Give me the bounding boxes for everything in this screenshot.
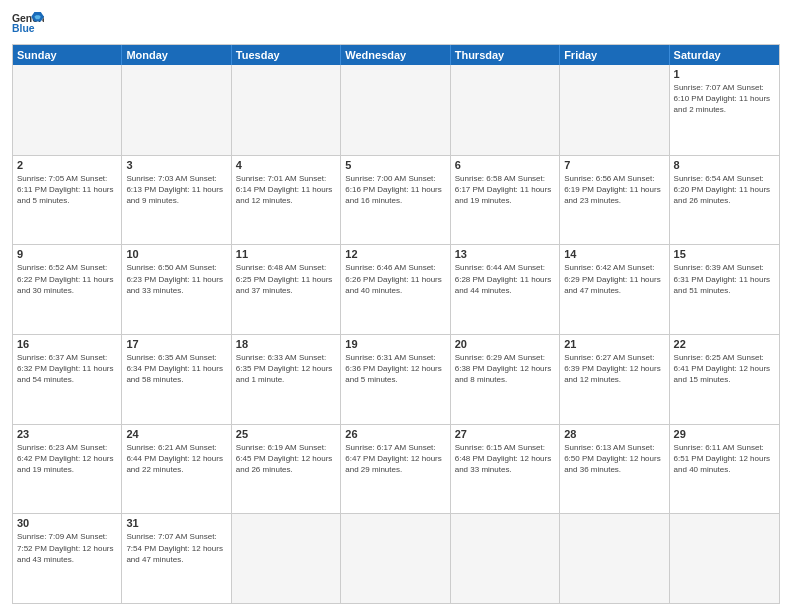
- day-info: Sunrise: 6:17 AM Sunset: 6:47 PM Dayligh…: [345, 442, 445, 476]
- day-cell-21: 21Sunrise: 6:27 AM Sunset: 6:39 PM Dayli…: [560, 335, 669, 424]
- day-header-friday: Friday: [560, 45, 669, 65]
- day-info: Sunrise: 6:48 AM Sunset: 6:25 PM Dayligh…: [236, 262, 336, 296]
- week-row-2: 9Sunrise: 6:52 AM Sunset: 6:22 PM Daylig…: [13, 244, 779, 334]
- day-info: Sunrise: 6:56 AM Sunset: 6:19 PM Dayligh…: [564, 173, 664, 207]
- day-number: 25: [236, 428, 336, 440]
- day-cell-empty-5-5: [560, 514, 669, 603]
- day-cell-30: 30Sunrise: 7:09 AM Sunset: 7:52 PM Dayli…: [13, 514, 122, 603]
- day-info: Sunrise: 6:21 AM Sunset: 6:44 PM Dayligh…: [126, 442, 226, 476]
- day-number: 19: [345, 338, 445, 350]
- day-cell-empty-0-5: [560, 65, 669, 155]
- day-number: 15: [674, 248, 775, 260]
- day-info: Sunrise: 6:52 AM Sunset: 6:22 PM Dayligh…: [17, 262, 117, 296]
- day-number: 9: [17, 248, 117, 260]
- week-row-3: 16Sunrise: 6:37 AM Sunset: 6:32 PM Dayli…: [13, 334, 779, 424]
- day-info: Sunrise: 6:42 AM Sunset: 6:29 PM Dayligh…: [564, 262, 664, 296]
- day-cell-empty-0-0: [13, 65, 122, 155]
- day-cell-18: 18Sunrise: 6:33 AM Sunset: 6:35 PM Dayli…: [232, 335, 341, 424]
- day-info: Sunrise: 6:25 AM Sunset: 6:41 PM Dayligh…: [674, 352, 775, 386]
- svg-text:Blue: Blue: [12, 23, 35, 34]
- day-cell-17: 17Sunrise: 6:35 AM Sunset: 6:34 PM Dayli…: [122, 335, 231, 424]
- day-cell-9: 9Sunrise: 6:52 AM Sunset: 6:22 PM Daylig…: [13, 245, 122, 334]
- day-number: 1: [674, 68, 775, 80]
- day-cell-10: 10Sunrise: 6:50 AM Sunset: 6:23 PM Dayli…: [122, 245, 231, 334]
- day-info: Sunrise: 6:58 AM Sunset: 6:17 PM Dayligh…: [455, 173, 555, 207]
- day-cell-6: 6Sunrise: 6:58 AM Sunset: 6:17 PM Daylig…: [451, 156, 560, 245]
- day-info: Sunrise: 6:29 AM Sunset: 6:38 PM Dayligh…: [455, 352, 555, 386]
- day-cell-23: 23Sunrise: 6:23 AM Sunset: 6:42 PM Dayli…: [13, 425, 122, 514]
- day-info: Sunrise: 6:37 AM Sunset: 6:32 PM Dayligh…: [17, 352, 117, 386]
- day-info: Sunrise: 7:07 AM Sunset: 6:10 PM Dayligh…: [674, 82, 775, 116]
- day-number: 10: [126, 248, 226, 260]
- day-cell-empty-5-2: [232, 514, 341, 603]
- day-cell-25: 25Sunrise: 6:19 AM Sunset: 6:45 PM Dayli…: [232, 425, 341, 514]
- day-number: 7: [564, 159, 664, 171]
- day-info: Sunrise: 6:33 AM Sunset: 6:35 PM Dayligh…: [236, 352, 336, 386]
- day-header-wednesday: Wednesday: [341, 45, 450, 65]
- day-number: 29: [674, 428, 775, 440]
- page: General Blue SundayMondayTuesdayWednesda…: [0, 0, 792, 612]
- week-row-0: 1Sunrise: 7:07 AM Sunset: 6:10 PM Daylig…: [13, 65, 779, 155]
- day-header-monday: Monday: [122, 45, 231, 65]
- day-number: 17: [126, 338, 226, 350]
- day-header-saturday: Saturday: [670, 45, 779, 65]
- day-number: 14: [564, 248, 664, 260]
- day-cell-empty-0-2: [232, 65, 341, 155]
- calendar-body: 1Sunrise: 7:07 AM Sunset: 6:10 PM Daylig…: [13, 65, 779, 603]
- day-number: 21: [564, 338, 664, 350]
- day-number: 26: [345, 428, 445, 440]
- week-row-5: 30Sunrise: 7:09 AM Sunset: 7:52 PM Dayli…: [13, 513, 779, 603]
- day-header-sunday: Sunday: [13, 45, 122, 65]
- day-number: 12: [345, 248, 445, 260]
- logo: General Blue: [12, 10, 44, 38]
- day-info: Sunrise: 6:15 AM Sunset: 6:48 PM Dayligh…: [455, 442, 555, 476]
- day-cell-12: 12Sunrise: 6:46 AM Sunset: 6:26 PM Dayli…: [341, 245, 450, 334]
- day-number: 18: [236, 338, 336, 350]
- day-cell-4: 4Sunrise: 7:01 AM Sunset: 6:14 PM Daylig…: [232, 156, 341, 245]
- day-cell-empty-5-3: [341, 514, 450, 603]
- day-cell-7: 7Sunrise: 6:56 AM Sunset: 6:19 PM Daylig…: [560, 156, 669, 245]
- day-cell-empty-0-4: [451, 65, 560, 155]
- header: General Blue: [12, 10, 780, 38]
- day-info: Sunrise: 6:23 AM Sunset: 6:42 PM Dayligh…: [17, 442, 117, 476]
- day-cell-2: 2Sunrise: 7:05 AM Sunset: 6:11 PM Daylig…: [13, 156, 122, 245]
- day-cell-11: 11Sunrise: 6:48 AM Sunset: 6:25 PM Dayli…: [232, 245, 341, 334]
- day-number: 16: [17, 338, 117, 350]
- day-number: 11: [236, 248, 336, 260]
- day-number: 13: [455, 248, 555, 260]
- day-info: Sunrise: 6:39 AM Sunset: 6:31 PM Dayligh…: [674, 262, 775, 296]
- day-cell-empty-0-3: [341, 65, 450, 155]
- day-number: 23: [17, 428, 117, 440]
- day-info: Sunrise: 7:07 AM Sunset: 7:54 PM Dayligh…: [126, 531, 226, 565]
- day-info: Sunrise: 7:05 AM Sunset: 6:11 PM Dayligh…: [17, 173, 117, 207]
- calendar: SundayMondayTuesdayWednesdayThursdayFrid…: [12, 44, 780, 604]
- day-cell-27: 27Sunrise: 6:15 AM Sunset: 6:48 PM Dayli…: [451, 425, 560, 514]
- logo-icon: General Blue: [12, 10, 44, 38]
- week-row-1: 2Sunrise: 7:05 AM Sunset: 6:11 PM Daylig…: [13, 155, 779, 245]
- day-cell-24: 24Sunrise: 6:21 AM Sunset: 6:44 PM Dayli…: [122, 425, 231, 514]
- day-cell-29: 29Sunrise: 6:11 AM Sunset: 6:51 PM Dayli…: [670, 425, 779, 514]
- day-number: 2: [17, 159, 117, 171]
- day-cell-empty-0-1: [122, 65, 231, 155]
- day-cell-5: 5Sunrise: 7:00 AM Sunset: 6:16 PM Daylig…: [341, 156, 450, 245]
- day-info: Sunrise: 6:27 AM Sunset: 6:39 PM Dayligh…: [564, 352, 664, 386]
- calendar-header: SundayMondayTuesdayWednesdayThursdayFrid…: [13, 45, 779, 65]
- day-number: 6: [455, 159, 555, 171]
- day-info: Sunrise: 6:46 AM Sunset: 6:26 PM Dayligh…: [345, 262, 445, 296]
- day-cell-13: 13Sunrise: 6:44 AM Sunset: 6:28 PM Dayli…: [451, 245, 560, 334]
- day-number: 27: [455, 428, 555, 440]
- day-info: Sunrise: 6:13 AM Sunset: 6:50 PM Dayligh…: [564, 442, 664, 476]
- day-header-thursday: Thursday: [451, 45, 560, 65]
- day-number: 20: [455, 338, 555, 350]
- day-cell-3: 3Sunrise: 7:03 AM Sunset: 6:13 PM Daylig…: [122, 156, 231, 245]
- day-cell-1: 1Sunrise: 7:07 AM Sunset: 6:10 PM Daylig…: [670, 65, 779, 155]
- day-number: 22: [674, 338, 775, 350]
- day-cell-16: 16Sunrise: 6:37 AM Sunset: 6:32 PM Dayli…: [13, 335, 122, 424]
- day-cell-14: 14Sunrise: 6:42 AM Sunset: 6:29 PM Dayli…: [560, 245, 669, 334]
- day-info: Sunrise: 6:11 AM Sunset: 6:51 PM Dayligh…: [674, 442, 775, 476]
- day-info: Sunrise: 6:50 AM Sunset: 6:23 PM Dayligh…: [126, 262, 226, 296]
- day-info: Sunrise: 6:35 AM Sunset: 6:34 PM Dayligh…: [126, 352, 226, 386]
- day-number: 8: [674, 159, 775, 171]
- day-number: 31: [126, 517, 226, 529]
- day-cell-31: 31Sunrise: 7:07 AM Sunset: 7:54 PM Dayli…: [122, 514, 231, 603]
